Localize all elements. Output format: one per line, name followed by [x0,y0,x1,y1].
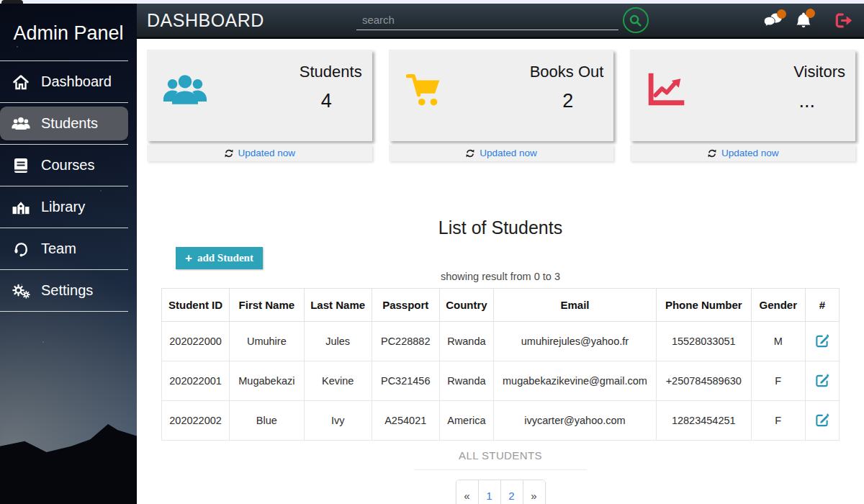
sidebar-item-label: Dashboard [41,73,112,90]
stat-card-title: Visitors [793,63,845,81]
cell-country: Rwanda [439,322,493,361]
topbar-icon-group [763,12,854,29]
stat-card-students: Students 4 Updated now [147,50,372,161]
cell-country: America [439,401,493,441]
gears-icon [12,283,30,299]
section-heading: List of Students [137,217,864,238]
sidebar-item-library[interactable]: Library [0,190,128,224]
users-icon [12,116,30,131]
sidebar-divider [0,228,128,228]
cell-phone: 12823454251 [656,401,751,441]
search-input[interactable] [356,10,618,30]
updated-now-link[interactable]: Updated now [630,145,855,161]
cell-email: umuhirejules@yahoo.fr [494,322,657,361]
logout-button[interactable] [834,12,854,29]
table-row: 202022002 Blue Ivy A254021 America ivyca… [162,401,840,441]
search-icon [629,14,642,27]
sidebar-item-label: Team [41,240,76,257]
sidebar: Admin Panel Dashboard Students Courses [0,4,137,504]
updated-now-label: Updated now [480,148,537,158]
topbar: DASHBOARD [137,4,864,39]
col-email: Email [494,289,657,322]
sign-out-icon [834,12,854,29]
cell-student-id: 202022001 [162,361,230,401]
table-row: 202022000 Umuhire Jules PC228882 Rwanda … [162,322,840,361]
pagination-next[interactable]: » [523,480,545,504]
col-first-name: First Name [230,289,305,322]
sync-icon [465,148,475,158]
stat-card: Books Out 2 [389,50,614,141]
cell-phone: +250784589630 [656,361,751,401]
sidebar-item-settings[interactable]: Settings [0,274,128,307]
home-icon [12,74,30,90]
students-table: Student ID First Name Last Name Passport… [161,288,840,441]
cell-actions [805,361,839,401]
cell-gender: F [751,361,805,401]
edit-row-button[interactable] [814,333,829,348]
pagination-page-1[interactable]: 1 [479,480,501,504]
cell-last-name: Ivy [304,401,372,441]
plus-icon: + [185,252,192,264]
add-student-label: add Student [197,252,253,264]
sidebar-item-courses[interactable]: Courses [0,148,128,182]
chart-line-icon [646,73,686,107]
edit-icon [814,333,829,348]
stat-card: Students 4 [147,50,372,141]
cell-last-name: Jules [304,322,372,361]
sidebar-menu: Dashboard Students Courses Library [0,65,137,312]
cell-actions [805,322,839,361]
cell-passport: PC321456 [372,361,439,401]
edit-row-button[interactable] [814,372,829,387]
sidebar-item-dashboard[interactable]: Dashboard [0,65,128,99]
sidebar-divider [0,144,128,145]
updated-now-link[interactable]: Updated now [147,145,372,161]
cell-student-id: 202022002 [162,401,230,441]
cell-gender: M [751,322,805,361]
stat-card-value: 4 [321,90,332,112]
cart-icon [405,73,446,107]
cell-phone: 15528033051 [656,322,751,361]
sidebar-item-team[interactable]: Team [0,232,128,266]
notification-badge [806,9,815,18]
stat-card-text: Students 4 [300,63,362,112]
col-passport: Passport [372,289,439,322]
sidebar-divider [0,102,128,103]
messages-button[interactable] [763,12,783,29]
sidebar-item-label: Courses [41,157,94,174]
stat-card-value: ... [799,90,816,112]
search-button[interactable] [623,7,649,33]
cell-first-name: Blue [230,401,305,441]
pagination: « 1 2 » [456,480,546,504]
main-content: Students 4 Updated now Books Out 2 [137,41,864,504]
add-student-button[interactable]: + add Student [176,247,263,269]
footer-divider [414,469,587,470]
sidebar-divider [0,60,128,61]
sidebar-item-label: Library [41,199,85,215]
edit-icon [814,372,829,387]
pagination-wrap: « 1 2 » [161,480,840,504]
book-icon [12,158,30,174]
all-students-label: ALL STUDENTS [161,449,840,462]
cell-email: ivycarter@yahoo.com [494,401,657,441]
updated-now-link[interactable]: Updated now [389,145,614,161]
users-icon [163,73,207,107]
cell-first-name: Mugabekazi [230,361,305,401]
notifications-button[interactable] [796,12,811,29]
sidebar-divider [0,186,128,186]
cell-passport: PC228882 [372,322,439,361]
mountain-silhouette [0,419,137,504]
edit-row-button[interactable] [814,412,829,427]
sidebar-item-students[interactable]: Students [0,107,128,140]
sidebar-item-label: Settings [41,282,93,299]
pagination-page-2[interactable]: 2 [501,480,523,504]
stat-card-text: Visitors ... [793,63,845,112]
sidebar-divider [0,311,128,312]
col-country: Country [439,289,493,322]
updated-now-label: Updated now [238,148,296,158]
sidebar-divider [0,269,128,270]
pagination-prev[interactable]: « [456,480,479,504]
showing-result-text: showing result from 0 to 3 [161,271,840,282]
col-gender: Gender [751,289,805,322]
cell-last-name: Kevine [304,361,372,401]
edit-icon [814,412,829,427]
